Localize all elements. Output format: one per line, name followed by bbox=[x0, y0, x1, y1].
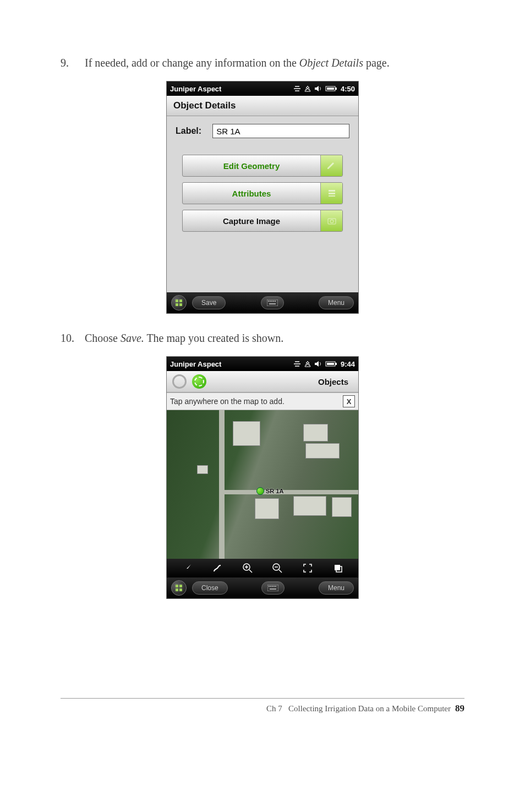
marker-label: SR 1A bbox=[266, 488, 283, 494]
svg-rect-3 bbox=[329, 190, 335, 192]
offline-status-icon bbox=[172, 374, 187, 389]
signal-icon bbox=[304, 85, 311, 92]
svg-rect-4 bbox=[329, 193, 335, 194]
edit-geometry-button[interactable]: Edit Geometry bbox=[182, 155, 343, 177]
tip-close-button[interactable]: X bbox=[343, 395, 355, 407]
battery-icon bbox=[325, 361, 337, 367]
capture-image-label: Capture Image bbox=[183, 216, 320, 226]
svg-rect-2 bbox=[335, 88, 337, 90]
step-9-pre: If needed, add or change any information… bbox=[85, 57, 299, 69]
step-9: 9. If needed, add or change any informat… bbox=[61, 55, 464, 71]
menu-button-2-label: Menu bbox=[328, 584, 344, 592]
screenshot-object-details: Juniper Aspect 4:50 Object Details Label… bbox=[61, 81, 464, 314]
menu-button-1[interactable]: Menu bbox=[319, 296, 354, 309]
step-9-italic: Object Details bbox=[299, 57, 363, 69]
marker-dot-icon bbox=[256, 487, 264, 495]
step-9-post: page. bbox=[363, 57, 390, 69]
svg-rect-28 bbox=[270, 588, 276, 590]
svg-rect-14 bbox=[269, 303, 276, 304]
menu-button-2[interactable]: Menu bbox=[319, 581, 354, 595]
device-frame-1: Juniper Aspect 4:50 Object Details Label… bbox=[166, 81, 359, 314]
keyboard-icon bbox=[267, 585, 278, 591]
screen-header-text-1: Object Details bbox=[173, 100, 236, 111]
footer-page-number: 89 bbox=[451, 703, 464, 713]
tip-row: Tap anywhere on the map to add. X bbox=[167, 393, 358, 410]
bottom-bar-1: Save Menu bbox=[167, 292, 358, 313]
map-road-horizontal bbox=[219, 490, 358, 494]
connectivity-icon bbox=[293, 85, 301, 92]
svg-rect-1 bbox=[327, 88, 334, 90]
connectivity-icon bbox=[293, 361, 301, 367]
svg-rect-22 bbox=[267, 585, 278, 591]
svg-rect-16 bbox=[327, 363, 334, 365]
map-building bbox=[305, 443, 340, 459]
close-button-label: Close bbox=[201, 584, 218, 592]
status-icons-1: 4:50 bbox=[293, 85, 355, 93]
map-building bbox=[255, 498, 279, 519]
bottom-bar-2: Close Menu bbox=[167, 577, 358, 598]
svg-rect-20 bbox=[335, 565, 340, 570]
start-icon[interactable] bbox=[171, 580, 187, 596]
battery-icon bbox=[325, 85, 337, 92]
save-button-label: Save bbox=[201, 299, 216, 307]
map-building bbox=[233, 421, 260, 446]
footer-chapter: Ch 7 bbox=[266, 704, 282, 713]
gps-status-icon bbox=[192, 374, 206, 389]
svg-rect-23 bbox=[269, 586, 270, 587]
map-marker[interactable]: SR 1A bbox=[256, 487, 283, 495]
close-button[interactable]: Close bbox=[192, 581, 228, 595]
svg-rect-8 bbox=[267, 299, 278, 306]
fullscreen-icon[interactable] bbox=[302, 563, 313, 574]
screenshot-map: Juniper Aspect 9:44 Objects Tap anywhere… bbox=[61, 356, 464, 599]
content-area-1: Label: Edit Geometry Attributes Capture … bbox=[167, 116, 358, 292]
zoom-in-icon[interactable] bbox=[242, 563, 253, 574]
svg-rect-13 bbox=[275, 301, 276, 302]
layers-icon[interactable] bbox=[332, 563, 343, 574]
volume-icon bbox=[314, 361, 322, 367]
svg-rect-25 bbox=[272, 586, 273, 587]
status-bar-2: Juniper Aspect 9:44 bbox=[167, 357, 358, 371]
svg-rect-17 bbox=[335, 363, 337, 365]
step-9-number: 9. bbox=[61, 55, 85, 71]
capture-image-icon bbox=[320, 210, 342, 231]
draw-icon[interactable] bbox=[212, 563, 223, 574]
map-tool-row bbox=[167, 559, 358, 577]
svg-rect-10 bbox=[270, 301, 271, 302]
tip-text: Tap anywhere on the map to add. bbox=[170, 397, 340, 406]
label-input[interactable] bbox=[212, 124, 349, 138]
label-caption: Label: bbox=[176, 126, 201, 136]
map-building bbox=[303, 424, 328, 442]
step-10: 10. Choose Save. The map you created is … bbox=[61, 330, 464, 346]
map-canvas[interactable]: SR 1A bbox=[167, 410, 358, 559]
svg-rect-9 bbox=[268, 301, 269, 302]
zoom-out-icon[interactable] bbox=[272, 563, 283, 574]
map-building bbox=[197, 465, 208, 474]
map-road-vertical bbox=[219, 410, 225, 559]
keyboard-button[interactable] bbox=[261, 581, 285, 595]
capture-image-button[interactable]: Capture Image bbox=[182, 210, 343, 232]
step-10-pre: Choose bbox=[85, 332, 121, 344]
page-footer: Ch 7 Collecting Irrigation Data on a Mob… bbox=[61, 698, 464, 714]
location-arrow-icon[interactable] bbox=[182, 563, 193, 574]
label-field-row: Label: bbox=[176, 124, 349, 138]
step-10-number: 10. bbox=[61, 330, 85, 346]
attributes-label: Attributes bbox=[183, 189, 320, 198]
save-button[interactable]: Save bbox=[192, 296, 226, 309]
map-building bbox=[293, 496, 326, 516]
objects-label[interactable]: Objects bbox=[314, 377, 353, 386]
close-icon: X bbox=[347, 397, 352, 406]
svg-rect-24 bbox=[270, 586, 271, 587]
menu-button-1-label: Menu bbox=[328, 299, 344, 307]
map-building bbox=[332, 497, 352, 517]
step-9-text: If needed, add or change any information… bbox=[85, 55, 464, 71]
start-icon[interactable] bbox=[171, 295, 187, 310]
step-10-post: The map you created is shown. bbox=[144, 332, 283, 344]
status-bar-1: Juniper Aspect 4:50 bbox=[167, 81, 358, 96]
attributes-icon bbox=[320, 183, 342, 204]
edit-geometry-label: Edit Geometry bbox=[183, 161, 320, 171]
keyboard-button[interactable] bbox=[261, 296, 284, 309]
attributes-button[interactable]: Attributes bbox=[182, 182, 343, 204]
svg-rect-27 bbox=[275, 586, 276, 587]
status-app-title-2: Juniper Aspect bbox=[170, 360, 293, 368]
status-icons-2: 9:44 bbox=[293, 360, 355, 368]
